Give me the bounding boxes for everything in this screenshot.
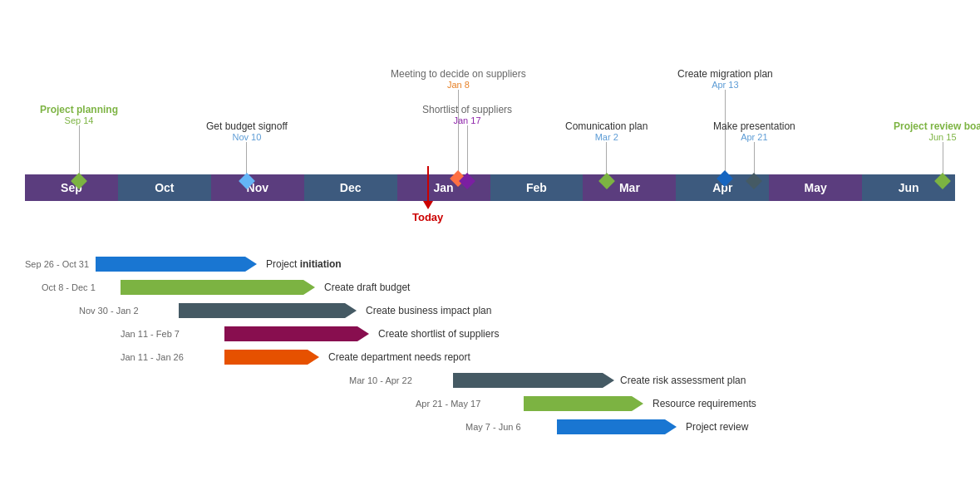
gantt-bar-1 [96, 257, 257, 272]
gantt-bar-2 [121, 280, 315, 295]
gantt-bar-3 [179, 303, 357, 318]
gantt-row-8: May 7 - Jun 6 Project review [25, 416, 955, 438]
gantt-date-1: Sep 26 - Oct 31 [25, 259, 89, 269]
gantt-label-1: Project initiation [266, 258, 342, 270]
gantt-date-6: Mar 10 - Apr 22 [349, 375, 412, 385]
gantt-row-4: Jan 11 - Feb 7 Create shortlist of suppl… [25, 323, 955, 345]
gantt-date-3: Nov 30 - Jan 2 [79, 306, 139, 316]
gantt-date-8: May 7 - Jun 6 [465, 422, 521, 432]
milestone-make-presentation: Make presentation Apr 21 [713, 120, 795, 187]
month-oct: Oct [118, 174, 211, 201]
gantt-bar-7 [524, 396, 643, 411]
gantt-row-6: Mar 10 - Apr 22 Create risk assessment p… [25, 370, 955, 391]
gantt-label-6: Create risk assessment plan [620, 375, 746, 386]
gantt-row-7: Apr 21 - May 17 Resource requirements [25, 393, 955, 414]
gantt-row-2: Oct 8 - Dec 1 Create draft budget [25, 277, 955, 298]
timeline-section: Sep Oct Nov Dec Jan Feb Mar Apr May Jun … [0, 0, 980, 249]
gantt-label-5: Create department needs report [328, 351, 470, 363]
milestone-project-review-board: Project review board Jun 15 [894, 120, 980, 187]
gantt-label-7: Resource requirements [653, 398, 756, 409]
gantt-row-1: Sep 26 - Oct 31 Project initiation [25, 253, 955, 275]
gantt-date-4: Jan 11 - Feb 7 [121, 329, 180, 339]
gantt-date-5: Jan 11 - Jan 26 [121, 352, 184, 362]
milestone-get-budget: Get budget signoff Nov 10 [206, 120, 288, 187]
milestone-project-planning: Project planning Sep 14 [40, 104, 118, 187]
gantt-date-2: Oct 8 - Dec 1 [42, 282, 96, 292]
gantt-bar-4 [224, 326, 369, 341]
gantt-section: Sep 26 - Oct 31 Project initiation Oct 8… [0, 253, 980, 439]
month-dec: Dec [304, 174, 397, 201]
gantt-bar-6 [453, 373, 614, 388]
gantt-row-3: Nov 30 - Jan 2 Create business impact pl… [25, 300, 955, 321]
gantt-label-4: Create shortlist of suppliers [378, 328, 499, 340]
gantt-label-2: Create draft budget [324, 282, 410, 293]
milestone-communication-plan: Comunication plan Mar 2 [565, 120, 648, 187]
gantt-row-5: Jan 11 - Jan 26 Create department needs … [25, 346, 955, 368]
gantt-bar-5 [224, 350, 319, 365]
today-label: Today [412, 211, 443, 223]
gantt-label-3: Create business impact plan [366, 305, 491, 316]
gantt-date-7: Apr 21 - May 17 [416, 399, 480, 409]
today-marker: Today [412, 166, 443, 223]
gantt-bar-8 [557, 419, 677, 434]
gantt-label-8: Project review [686, 421, 748, 433]
